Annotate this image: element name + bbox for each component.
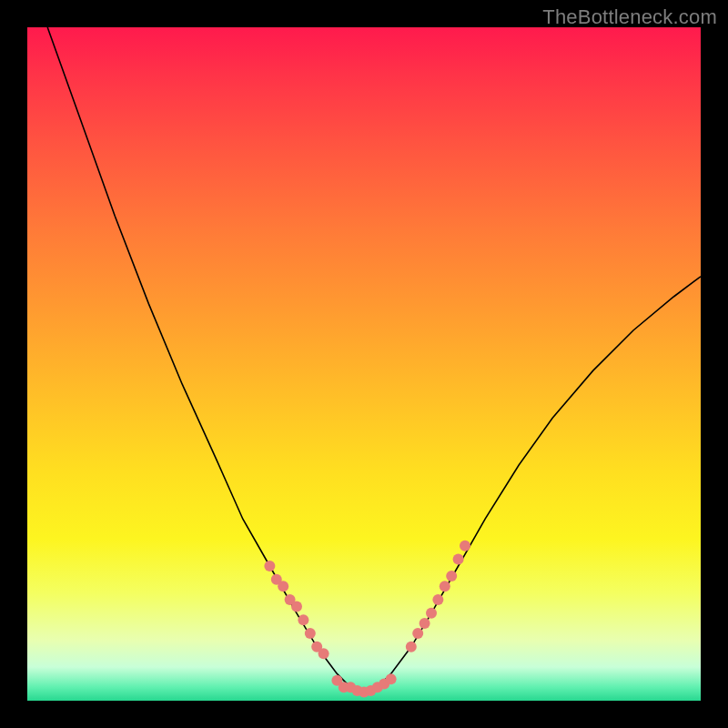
watermark-text: TheBottleneck.com: [542, 5, 717, 29]
data-point: [446, 571, 457, 581]
data-point: [298, 614, 308, 625]
chart-svg: [27, 27, 701, 701]
data-point: [432, 594, 443, 605]
data-point: [440, 581, 450, 592]
data-point: [412, 628, 423, 639]
data-point: [291, 601, 302, 612]
data-point: [318, 648, 329, 659]
data-point: [460, 541, 470, 551]
data-point: [406, 642, 417, 652]
data-point: [278, 581, 288, 592]
data-point: [264, 561, 275, 571]
data-points-group: [264, 541, 470, 698]
bottleneck-curve: [47, 27, 701, 694]
data-point: [453, 554, 464, 565]
data-point: [386, 673, 397, 684]
data-point: [426, 608, 437, 619]
data-point: [305, 628, 316, 639]
data-point: [420, 618, 430, 629]
